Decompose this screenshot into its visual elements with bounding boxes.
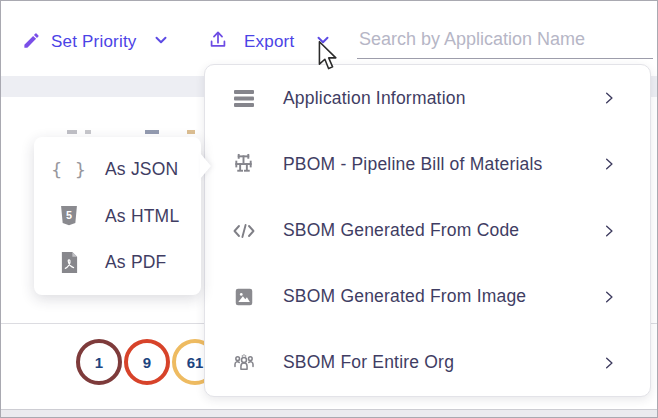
export-dropdown-menu: Application Information PBOM - Pipeline … [204, 64, 651, 397]
chevron-down-icon [152, 31, 170, 53]
pdf-icon [55, 250, 83, 276]
application-search-field[interactable] [357, 25, 653, 59]
menu-item-label: SBOM Generated From Image [283, 286, 602, 307]
set-priority-button[interactable] [22, 29, 41, 55]
export-button[interactable] [207, 29, 229, 55]
upload-export-icon [207, 29, 229, 55]
footer-divider-strip [1, 409, 657, 418]
menu-item-application-information[interactable]: Application Information [205, 65, 650, 131]
count-badge[interactable]: 1 [76, 339, 122, 385]
clipped-row-text-fragments [67, 130, 212, 134]
braces-icon: { } [55, 156, 83, 182]
set-priority-chevron[interactable] [152, 29, 170, 55]
menu-item-label: PBOM - Pipeline Bill of Materials [283, 154, 602, 175]
pencil-icon [22, 31, 41, 54]
chevron-right-icon [602, 289, 616, 305]
submenu-item-as-json[interactable]: { } As JSON [34, 146, 201, 193]
export-chevron[interactable] [314, 29, 332, 55]
chevron-right-icon [602, 156, 616, 172]
html5-icon: 5 [55, 203, 83, 229]
menu-item-label: SBOM Generated From Code [283, 220, 602, 241]
menu-item-label: Application Information [283, 88, 602, 109]
submenu-item-label: As PDF [105, 252, 167, 273]
set-priority-label: Set Priority [51, 32, 137, 52]
badge-value: 9 [143, 354, 151, 371]
menu-item-sbom-image[interactable]: SBOM Generated From Image [205, 264, 650, 330]
count-badge[interactable]: 9 [124, 339, 170, 385]
badge-value: 61 [187, 354, 204, 371]
menu-item-label: SBOM For Entire Org [283, 352, 602, 373]
submenu-item-as-pdf[interactable]: As PDF [34, 239, 201, 286]
search-input[interactable] [357, 25, 657, 58]
screenshot-root: 1 9 61 Set Priority Export [0, 0, 658, 418]
export-label: Export [244, 32, 294, 52]
export-format-submenu: { } As JSON 5 As HTML As PDF [34, 137, 201, 295]
submenu-arrow-tail [200, 153, 211, 179]
submenu-item-label: As HTML [105, 206, 179, 227]
set-priority-label-wrap[interactable]: Set Priority [51, 29, 137, 55]
list-icon [230, 86, 257, 110]
menu-item-pbom[interactable]: PBOM - Pipeline Bill of Materials [205, 131, 650, 197]
code-icon [230, 219, 257, 243]
menu-item-sbom-org[interactable]: SBOM For Entire Org [205, 330, 650, 396]
chevron-right-icon [602, 90, 616, 106]
org-group-icon [230, 351, 257, 375]
chevron-right-icon [602, 223, 616, 239]
submenu-item-as-html[interactable]: 5 As HTML [34, 193, 201, 240]
toolbar: Set Priority Export [1, 1, 657, 63]
pipeline-icon [230, 152, 257, 176]
menu-item-sbom-code[interactable]: SBOM Generated From Code [205, 197, 650, 263]
svg-text:5: 5 [66, 209, 72, 221]
badge-value: 1 [95, 354, 103, 371]
chevron-down-icon [314, 31, 332, 53]
submenu-item-label: As JSON [105, 159, 178, 180]
export-label-wrap[interactable]: Export [244, 29, 294, 55]
chevron-right-icon [602, 355, 616, 371]
image-icon [230, 285, 257, 309]
